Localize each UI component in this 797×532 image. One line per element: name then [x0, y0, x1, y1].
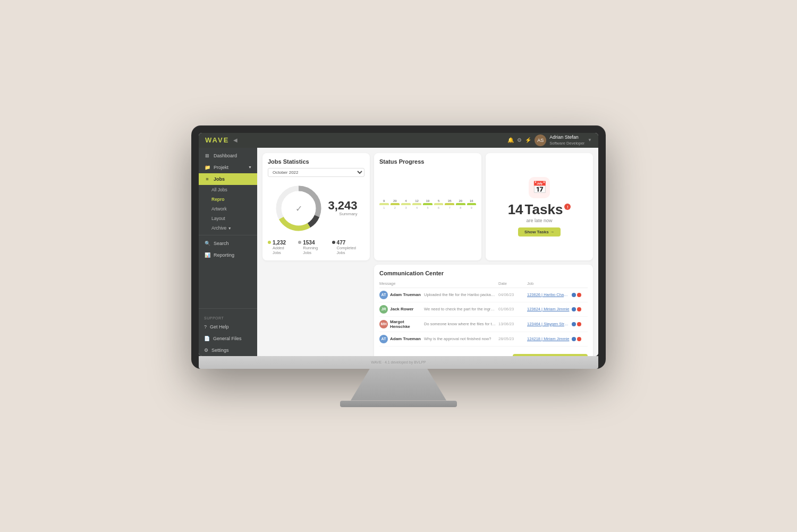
top-bar: WAVE ◀ 🔔 ⚙ ⚡ AS — [199, 133, 598, 148]
sidebar-item-jobs[interactable]: ≡ Jobs — [199, 173, 257, 185]
completed-dot — [332, 241, 335, 244]
summary-number: 3,243 — [328, 200, 357, 212]
comm-actions-2 — [572, 307, 588, 311]
stats-legend: 1,232 Added Jobs 1534 — [268, 240, 364, 255]
avatar: AS — [535, 134, 546, 146]
sidebar-item-dashboard[interactable]: ⊞ Dashboard — [199, 150, 257, 162]
bell-icon[interactable]: ⚙ — [517, 137, 522, 143]
sidebar-sub-archive[interactable]: Archive ▼ — [199, 223, 257, 233]
projekt-chevron: ▼ — [248, 165, 252, 169]
dashboard-icon: ⊞ — [204, 153, 210, 158]
content-grid: Jobs Statistics October 2022 — [262, 153, 593, 356]
comm-actions-4 — [572, 337, 588, 341]
action-dot-red-2 — [577, 307, 581, 311]
sidebar-sub-all-jobs[interactable]: All Jobs — [199, 185, 257, 195]
settings-icon: ⚙ — [204, 348, 208, 353]
bar-group-7: 35 — [445, 199, 454, 205]
summary-label: Summary — [328, 212, 357, 216]
monitor-chin: WAVE · 4.1 developed by BVLPP — [199, 356, 598, 369]
sidebar-support: SUPPORT ? Get Help 📄 General Files — [199, 308, 257, 356]
comm-avatar-2: JR — [379, 305, 388, 314]
open-comm-btn-wrapper: Open Kommunikation Center → — [379, 350, 588, 356]
comm-row-3: MH Margot Henschke Do someone know where… — [379, 317, 588, 332]
legend-added: 1,232 Added Jobs — [268, 240, 293, 255]
status-progress-title: Status Progress — [379, 158, 476, 165]
action-dot-blue-3 — [572, 322, 576, 326]
tasks-number: 14 Tasks ! — [508, 201, 571, 218]
running-value: 1534 — [303, 240, 326, 246]
action-dot-blue-1 — [572, 293, 576, 297]
sidebar-item-projekt[interactable]: 📁 Projekt ▼ — [199, 162, 257, 173]
communication-center-card: Communication Center Message Date Job — [374, 265, 593, 356]
comm-row-4: AT Adam Trueman Why is the approval not … — [379, 332, 588, 347]
summary-right: 3,243 Summary — [328, 200, 357, 216]
comm-job-link-3[interactable]: 123464 | Slaygen Stroes — [527, 322, 570, 326]
tasks-subtitle: are late now — [526, 218, 552, 223]
reporting-icon: 📊 — [204, 252, 210, 258]
running-dot — [298, 241, 301, 244]
main-content: ⊞ Dashboard 📁 Projekt ▼ ≡ Jobs — [199, 148, 598, 356]
action-dot-red-3 — [577, 322, 581, 326]
projekt-icon: 📁 — [204, 165, 210, 170]
bar-group-8: 20 — [456, 199, 465, 205]
comm-actions-1 — [572, 293, 588, 297]
monitor-frame: WAVE ◀ 🔔 ⚙ ⚡ AS — [191, 125, 606, 369]
version-label: WAVE · 4.1 developed by BVLPP — [371, 360, 426, 364]
monitor-wrapper: WAVE ◀ 🔔 ⚙ ⚡ AS — [191, 125, 606, 407]
bar-group-5: 19 — [423, 199, 433, 205]
logo-area: WAVE ◀ — [205, 136, 238, 144]
comm-job-link-2[interactable]: 123624 | Miriam Jimmie — [527, 307, 570, 311]
donut-section: ✓ 3,243 Summary — [268, 180, 364, 237]
alert-icon[interactable]: ⚡ — [525, 137, 531, 143]
user-dropdown-icon[interactable]: ▼ — [588, 138, 592, 142]
collapse-icon[interactable]: ◀ — [233, 137, 238, 143]
comm-avatar-3: MH — [379, 320, 388, 328]
comm-center-title: Communication Center — [379, 270, 588, 276]
month-select[interactable]: October 2022 — [268, 168, 364, 177]
donut-chart: ✓ — [275, 184, 323, 232]
comm-avatar-4: AT — [379, 335, 388, 343]
user-info: AS Adrian Stefan Software Developer ▼ — [535, 134, 592, 146]
comm-sender-1: AT Adam Trueman — [379, 291, 422, 299]
comm-avatar-1: AT — [379, 291, 388, 299]
monitor-stand — [351, 369, 446, 401]
added-dot — [268, 241, 271, 244]
sidebar-item-search[interactable]: 🔍 Search — [199, 238, 257, 249]
search-icon: 🔍 — [204, 241, 210, 246]
added-value: 1,232 — [273, 240, 293, 246]
help-icon: ? — [204, 324, 207, 330]
bar-group-1: 9 — [379, 199, 389, 205]
notification-icon[interactable]: 🔔 — [507, 137, 514, 143]
comm-job-link-1[interactable]: 123626 | Haribo Chamallows — [527, 292, 570, 297]
bar-group-6: 5 — [434, 199, 444, 205]
open-kommunikation-button[interactable]: Open Kommunikation Center → — [513, 354, 588, 356]
comm-row-2: JR Jack Rower We need to check the part … — [379, 302, 588, 317]
comm-job-link-4[interactable]: 124218 | Miriam Jimmie — [527, 336, 570, 341]
sidebar-item-settings[interactable]: ⚙ Settings — [199, 344, 257, 356]
completed-value: 477 — [337, 240, 364, 246]
sidebar-item-general-files[interactable]: 📄 General Files — [199, 333, 257, 344]
monitor-base — [340, 401, 457, 407]
jobs-statistics-title: Jobs Statistics — [268, 158, 364, 165]
sidebar-sub-layout[interactable]: Layout — [199, 214, 257, 223]
sidebar-item-reporting[interactable]: 📊 Reporting — [199, 249, 257, 261]
bar-chart: 929412195352016 — [379, 168, 476, 205]
tasks-card: 📅 14 Tasks ! are late now Show Tasks → — [486, 153, 593, 260]
action-dot-blue-2 — [572, 307, 576, 311]
bar-group-2: 29 — [391, 199, 400, 205]
sidebar-item-get-help[interactable]: ? Get Help — [199, 321, 257, 333]
donut-center-icon: ✓ — [295, 203, 302, 213]
legend-running: 1534 Running Jobs — [298, 240, 326, 255]
running-label: Running Jobs — [303, 246, 326, 255]
added-label: Added Jobs — [273, 246, 293, 255]
main-area: Jobs Statistics October 2022 — [257, 148, 598, 356]
screen: WAVE ◀ 🔔 ⚙ ⚡ AS — [199, 133, 598, 356]
sidebar-sub-artwork[interactable]: Artwork — [199, 204, 257, 214]
user-name: Adrian Stefan — [549, 134, 584, 141]
show-tasks-button[interactable]: Show Tasks → — [518, 227, 561, 237]
bar-group-4: 12 — [412, 199, 422, 205]
calendar-icon: 📅 — [529, 177, 550, 198]
jobs-statistics-card: Jobs Statistics October 2022 — [262, 153, 370, 260]
sidebar-sub-repro[interactable]: Repro — [199, 195, 257, 204]
legend-completed: 477 Completed Jobs — [332, 240, 364, 255]
